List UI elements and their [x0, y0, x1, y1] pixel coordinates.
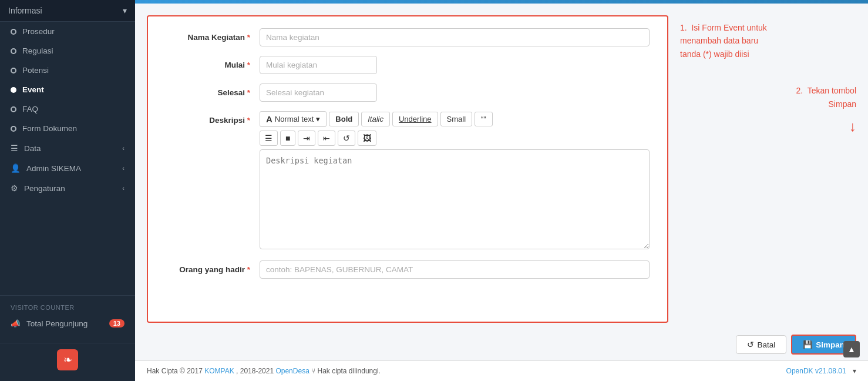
- list-unordered-button[interactable]: ☰: [260, 131, 278, 146]
- mulai-input[interactable]: [260, 56, 377, 74]
- sidebar-group-data-left: ☰ Data: [11, 143, 41, 153]
- deskripsi-row: Deskripsi * A Normal text ▾ Bold Italic: [166, 111, 650, 251]
- circle-icon: [11, 106, 16, 112]
- chevron-left-icon: ‹: [122, 165, 125, 172]
- down-arrow-icon: ↓: [680, 115, 856, 138]
- simpan-label: Simpan: [816, 340, 845, 349]
- orang-hadir-label: Orang yang hadir *: [166, 260, 260, 274]
- sidebar-logo: ❧: [0, 343, 135, 376]
- sidebar-item-label: Regulasi: [22, 46, 53, 55]
- deskripsi-toolbar-row1: A Normal text ▾ Bold Italic Underline Sm…: [260, 111, 650, 127]
- italic-button[interactable]: Italic: [361, 112, 390, 126]
- nama-kegiatan-row: Nama Kegiatan *: [166, 28, 650, 46]
- circle-icon: [11, 29, 16, 35]
- hint-step1: 1. Isi Form Event untuk menambah data ba…: [680, 21, 856, 61]
- sidebar-group-label: Data: [24, 144, 41, 153]
- normal-text-dropdown[interactable]: A Normal text ▾: [260, 111, 327, 127]
- deskripsi-editor-wrapper: A Normal text ▾ Bold Italic Underline Sm…: [260, 111, 650, 251]
- footer-text-suffix: Hak cipta dilindungi.: [318, 367, 381, 375]
- scroll-to-top-button[interactable]: ▲: [843, 341, 860, 357]
- sidebar-bottom: ❧: [0, 338, 135, 381]
- bold-button[interactable]: Bold: [329, 112, 359, 126]
- selesai-row: Selesai *: [166, 83, 650, 102]
- footer-version: OpenDK v21.08.01 ▾: [786, 367, 856, 375]
- indent-increase-button[interactable]: ⇥: [298, 131, 315, 146]
- visitor-count-badge: 13: [109, 319, 125, 327]
- quote-button[interactable]: ““: [475, 112, 493, 126]
- normal-text-label: Normal text: [275, 115, 314, 123]
- sidebar-group-data[interactable]: ☰ Data ‹: [0, 138, 135, 158]
- footer-version-arrow: ▾: [853, 367, 856, 375]
- chevron-left-icon: ‹: [122, 185, 125, 192]
- save-icon: 💾: [803, 340, 813, 349]
- sidebar-item-potensi[interactable]: Potensi: [0, 61, 135, 80]
- batal-label: Batal: [757, 340, 775, 349]
- nama-kegiatan-input[interactable]: [260, 28, 650, 46]
- sidebar-item-label: Potensi: [22, 66, 49, 75]
- sidebar-group-label: Admin SIKEMA: [26, 164, 81, 173]
- font-icon: A: [266, 114, 272, 124]
- dropdown-arrow-icon: ▾: [316, 115, 320, 123]
- megaphone-icon: 📣: [11, 319, 21, 328]
- deskripsi-textarea[interactable]: [260, 149, 650, 249]
- main-content: Nama Kegiatan * Mulai * Selesai *: [135, 0, 868, 381]
- circle-icon: [11, 48, 16, 54]
- batal-button[interactable]: ↺ Batal: [736, 335, 786, 354]
- footer-kompak-link[interactable]: KOMPAK: [204, 367, 234, 375]
- undo-button[interactable]: ↺: [338, 131, 355, 146]
- footer-version-link[interactable]: OpenDK v21.08.01: [786, 367, 846, 375]
- total-pengunjung-label: Total Pengunjung: [26, 319, 88, 328]
- mulai-label: Mulai *: [166, 56, 260, 69]
- footer-text-prefix: Hak Cipta © 2017: [147, 367, 204, 375]
- data-icon: ☰: [11, 143, 18, 153]
- sidebar-item-faq[interactable]: FAQ: [0, 99, 135, 119]
- sidebar-item-form-dokumen[interactable]: Form Dokumen: [0, 119, 135, 138]
- circle-icon: [11, 68, 16, 73]
- visitor-counter-label: VISITOR COUNTER: [0, 300, 135, 313]
- footer-copyright: Hak Cipta © 2017 KOMPAK , 2018-2021 Open…: [147, 367, 381, 375]
- small-button[interactable]: Small: [440, 112, 473, 126]
- deskripsi-label: Deskripsi *: [166, 111, 260, 125]
- chevron-left-icon: ‹: [122, 145, 125, 152]
- circle-icon: [11, 126, 16, 132]
- underline-button[interactable]: Underline: [392, 112, 438, 126]
- right-panel: 1. Isi Form Event untuk menambah data ba…: [680, 15, 856, 323]
- logo-icon: ❧: [57, 349, 78, 370]
- hint-step2: 2. Tekan tombol Simpan ↓: [680, 84, 856, 138]
- sidebar-item-label: Event: [22, 85, 44, 94]
- sidebar-header-arrow: ▾: [123, 6, 127, 15]
- footer-github-icon: ⑂: [311, 367, 317, 375]
- content-area: Nama Kegiatan * Mulai * Selesai *: [135, 4, 868, 329]
- sidebar-header[interactable]: Informasi ▾: [0, 0, 135, 22]
- nama-kegiatan-label: Nama Kegiatan *: [166, 28, 260, 42]
- selesai-input[interactable]: [260, 83, 377, 102]
- visitor-section: VISITOR COUNTER 📣 Total Pengunjung 13: [0, 295, 135, 338]
- indent-decrease-button[interactable]: ⇤: [318, 131, 335, 146]
- sidebar-group-admin[interactable]: 👤 Admin SIKEMA ‹: [0, 158, 135, 178]
- image-button[interactable]: 🖼: [358, 131, 376, 146]
- sidebar-item-event[interactable]: Event: [0, 80, 135, 99]
- deskripsi-toolbar-row2: ☰ ■ ⇥ ⇤ ↺ 🖼: [260, 131, 650, 146]
- bottom-bar: ↺ Batal 💾 Simpan: [135, 329, 868, 360]
- sidebar-group-pengaturan-left: ⚙ Pengaturan: [11, 183, 65, 193]
- sidebar-item-label: FAQ: [22, 105, 38, 113]
- sidebar: Informasi ▾ Prosedur Regulasi Potensi Ev…: [0, 0, 135, 381]
- form-panel: Nama Kegiatan * Mulai * Selesai *: [147, 15, 668, 323]
- sidebar-group-pengaturan[interactable]: ⚙ Pengaturan ‹: [0, 178, 135, 198]
- orang-hadir-input[interactable]: [260, 260, 650, 279]
- user-icon: 👤: [11, 163, 21, 173]
- footer-text-middle: , 2018-2021: [236, 367, 275, 375]
- sidebar-group-admin-left: 👤 Admin SIKEMA: [11, 163, 81, 173]
- orang-hadir-row: Orang yang hadir *: [166, 260, 650, 279]
- circle-icon: [11, 87, 16, 93]
- mulai-row: Mulai *: [166, 56, 650, 74]
- footer-opendesa-link[interactable]: OpenDesa: [275, 367, 309, 375]
- refresh-icon: ↺: [747, 340, 754, 349]
- sidebar-item-regulasi[interactable]: Regulasi: [0, 41, 135, 61]
- selesai-label: Selesai *: [166, 83, 260, 97]
- sidebar-group-label: Pengaturan: [24, 184, 65, 193]
- footer: Hak Cipta © 2017 KOMPAK , 2018-2021 Open…: [135, 360, 868, 381]
- total-pengunjung-item[interactable]: 📣 Total Pengunjung 13: [0, 313, 135, 333]
- sidebar-item-prosedur[interactable]: Prosedur: [0, 22, 135, 41]
- list-ordered-button[interactable]: ■: [280, 131, 295, 146]
